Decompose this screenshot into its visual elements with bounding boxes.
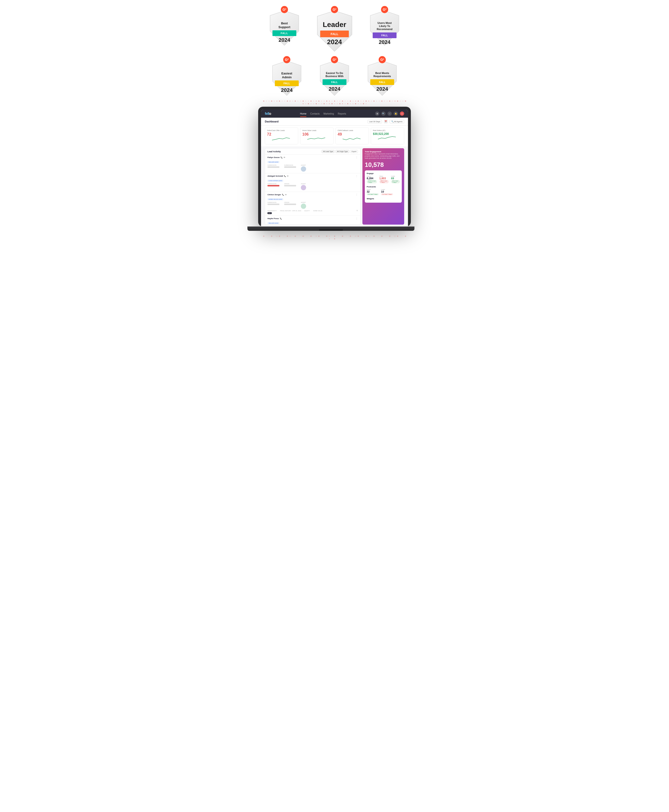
postcards-section: Postcards Scans 32 5 in last 7 days	[367, 186, 400, 195]
lead-col-sub-ab: SUBMISSION	[267, 183, 279, 185]
engage-section-title: Engage	[367, 172, 400, 175]
postcard-leads-badge: 1 in last 7 days	[381, 193, 393, 195]
g2-logo-leader: G²	[331, 6, 338, 13]
nav-link-marketing[interactable]: Marketing	[324, 113, 334, 115]
date-range-filter[interactable]: Last 30 Days	[367, 120, 382, 123]
widgets-section: Widgets	[367, 198, 400, 201]
metric-value-home-value: 106	[302, 132, 331, 136]
scans-value: 32	[367, 190, 379, 193]
badge-year-4: 2024	[281, 87, 293, 93]
metric-card-seller: Seller/Cash Offer Leads 72	[265, 128, 298, 145]
g2-logo-5: G²	[331, 56, 338, 63]
metric-card-cma: CMA/Callback Leads 49	[335, 128, 369, 145]
g2-logo-6: G²	[379, 56, 386, 63]
metric-value-seller: 72	[267, 132, 296, 136]
metric-label-seller: Seller/Cash Offer Leads	[267, 130, 296, 131]
search-icon[interactable]: 🔍	[381, 111, 385, 116]
engage-metrics: Opens 8,284 2,416 in last 7 days Views 1…	[367, 175, 400, 183]
clock-icon[interactable]: ○	[387, 111, 392, 116]
agent-filter[interactable]: 🔍 All Agents	[390, 120, 404, 123]
nav-link-home[interactable]: Home	[300, 113, 307, 115]
main-content: Lead Activity All Lead Type All Origin T…	[261, 146, 408, 226]
lead-type-filter[interactable]: All Lead Type	[322, 150, 334, 153]
leads-filters: All Lead Type All Origin Type Export	[322, 150, 358, 153]
leads-title: Lead Activity	[267, 150, 281, 153]
lead-col-origin-cl: ORIGIN	[284, 202, 296, 203]
metric-views: Views 1,803 306 in last 7 days	[379, 175, 389, 183]
widgets-title: Widgets	[367, 198, 400, 200]
lead-col-sub-cl: SUBMISSION	[267, 202, 279, 203]
origin-type-filter[interactable]: All Origin Type	[335, 150, 349, 153]
postcards-title: Postcards	[367, 186, 400, 188]
metric-scans: Scans 32 5 in last 7 days	[367, 189, 379, 195]
dot-pattern-bottom: document.write(Array(60).fill(0).map((_,…	[263, 236, 406, 246]
leads-value: 69	[391, 177, 400, 180]
lead-col-submission-1: SUBMISSION	[267, 165, 279, 166]
lead-menu-paityn[interactable]: ⋮	[355, 156, 358, 159]
lead-type-haylie: SELLER LEAD	[267, 222, 279, 224]
postcards-metrics: Scans 32 5 in last 7 days Leads 10 1 in …	[367, 189, 400, 195]
badge-title-4: EasiestAdmin	[281, 72, 292, 79]
lead-row-haylie: Haylie Press 📞 ⋮ SELLER LEAD SUBMISSION …	[265, 216, 360, 225]
metric-label-real-sellers: Real Sellers (87)	[373, 130, 402, 131]
g2-logo-1: G²	[281, 6, 288, 13]
badge-title-leader: Leader	[323, 20, 346, 29]
postcard-leads-value: 10	[381, 190, 393, 193]
badges-section: G² BestSupport FALL 2024	[227, 0, 442, 97]
laptop-outer: fello Home Contacts Marketing Reports ⊞ …	[258, 107, 411, 226]
lead-name-haylie: Haylie Press	[267, 217, 279, 220]
g2-logo-3: G²	[381, 6, 388, 13]
nav-link-reports[interactable]: Reports	[338, 113, 346, 115]
lead-type-paityn: SELLER LEAD	[267, 161, 279, 163]
lead-menu-abbigail[interactable]: ⋮	[355, 175, 358, 177]
lead-type-clinton: HOME VALUE LEAD	[267, 198, 283, 200]
lead-type-abbigail: CASH OFFER LEAD	[267, 180, 283, 182]
views-value: 1,803	[379, 177, 389, 180]
metric-card-home-value: Home Value Leads 106	[300, 128, 334, 145]
engage-section: Engage Opens 8,284 2,416 in last 7 days	[367, 172, 400, 183]
badge-ribbon-3: FALL	[373, 32, 397, 38]
nav-link-contacts[interactable]: Contacts	[310, 113, 319, 115]
badge-best-support: G² BestSupport FALL 2024	[265, 10, 304, 52]
lead-col-agent-1: AGENT	[301, 165, 306, 166]
lead-menu-clinton[interactable]: ⋮	[355, 193, 358, 196]
badge-easiest-admin: G² EasiestAdmin FALL 2024	[268, 60, 306, 97]
engagement-desc: Engagement value represents email intera…	[365, 153, 402, 159]
avatar-icon[interactable]: U	[400, 111, 404, 116]
lead-row-paityn: Paityn Gouse 📞 ✉ ⋮ SELLER LEAD SUBMISSIO…	[265, 155, 360, 173]
engagement-panel: Total Engagement Engagement value repres…	[362, 148, 404, 225]
laptop-screen: fello Home Contacts Marketing Reports ⊞ …	[261, 110, 408, 226]
lead-name-clinton: Clinton Senger	[267, 194, 281, 196]
g2-logo-4: G²	[283, 56, 290, 63]
lead-menu-haylie[interactable]: ⋮	[355, 217, 358, 220]
laptop-base	[247, 226, 414, 231]
nav-links: Home Contacts Marketing Reports	[276, 113, 370, 115]
engagement-bottom: Engage Opens 8,284 2,416 in last 7 days	[365, 170, 402, 203]
badge-title-1: BestSupport	[279, 22, 290, 29]
metric-label-home-value: Home Value Leads	[302, 130, 331, 131]
bell-icon[interactable]: 🔔	[394, 111, 398, 116]
calendar-icon[interactable]: 📅	[384, 120, 388, 123]
badge-year-6: 2024	[377, 86, 388, 92]
badge-easiest-business: G² Easiest To DoBusiness With FALL 2024	[315, 60, 354, 97]
dashboard-controls: Last 30 Days 📅 🔍 All Agents	[367, 120, 404, 123]
badge-year-leader: 2024	[327, 38, 342, 46]
badge-title-5: Easiest To DoBusiness With	[325, 72, 344, 78]
badge-ribbon-6: FALL	[370, 79, 394, 85]
scans-badge: 5 in last 7 days	[367, 193, 379, 195]
leads-section: Lead Activity All Lead Type All Origin T…	[265, 148, 360, 225]
grid-icon[interactable]: ⊞	[375, 111, 379, 116]
lead-row-clinton: Clinton Senger 📞 ✉ ⋮ HOME VALUE LEAD SUB…	[265, 192, 360, 216]
badge-ribbon-4: FALL	[275, 81, 299, 86]
app-content: Dashboard Last 30 Days 📅 🔍 All Agents Se…	[261, 118, 408, 226]
export-button[interactable]: Export	[350, 150, 358, 153]
dashboard-header: Dashboard Last 30 Days 📅 🔍 All Agents	[261, 118, 408, 126]
engagement-value: 10,578	[365, 161, 402, 168]
dashboard-title: Dashboard	[265, 120, 279, 123]
leads-badge: 16 in last 7 days	[391, 180, 400, 183]
badge-year-5: 2024	[329, 86, 340, 92]
badge-ribbon-1: FALL	[272, 30, 296, 36]
opens-badge: 2,416 in last 7 days	[367, 180, 377, 183]
dot-pattern-top: document.write(Array(80).fill(0).map((_,…	[263, 97, 406, 104]
lead-name-paityn: Paityn Gouse	[267, 156, 280, 158]
